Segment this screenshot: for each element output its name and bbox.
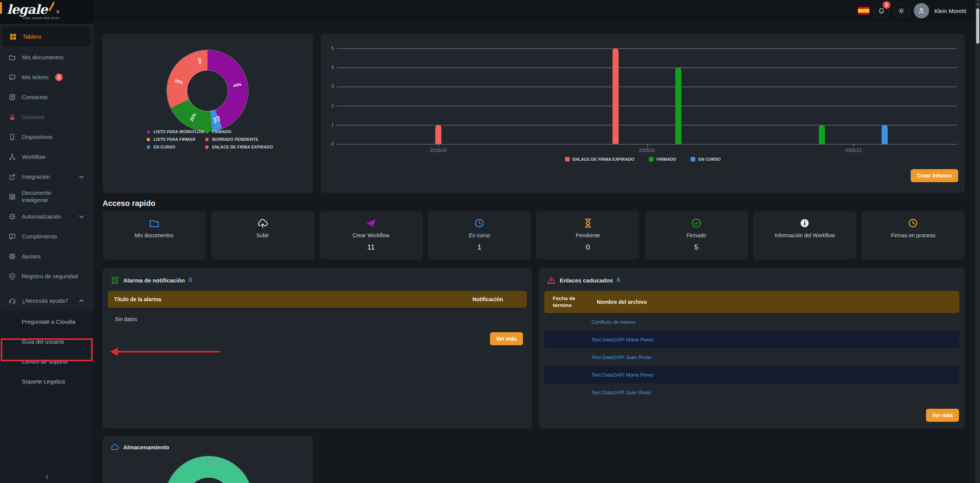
sidebar-item-ajustes[interactable]: Ajustes	[0, 246, 94, 266]
status-donut-chart: 44%0%4%20%24%0%	[167, 50, 248, 131]
ticket-count-badge: 1	[55, 73, 63, 81]
file-link[interactable]: Test Data2API Juan Rivas	[591, 390, 652, 395]
y-tick-label: 2	[322, 103, 334, 108]
table-row[interactable]: Conflicto de interes	[544, 313, 959, 331]
check-circle-icon	[691, 217, 702, 229]
expired-links-card: Enlaces caducados 6 Fecha de término Nom…	[539, 268, 965, 429]
sidebar-item-necesita-ayuda[interactable]: ¿Necesita ayuda?	[0, 291, 94, 311]
external-icon	[8, 173, 16, 181]
file-link[interactable]: Test Data2API Maria Perez	[591, 372, 654, 378]
submenu-item-centro-de-soporte[interactable]: Centro de soporte	[0, 351, 94, 371]
sidebar-item-documento-inteligente[interactable]: Documento inteligente	[0, 187, 94, 207]
brand-logo[interactable]: legale ® Fast, secure and smart	[0, 0, 94, 24]
bar-firmado-2025-12	[819, 125, 825, 144]
folder-icon	[8, 54, 16, 61]
quick-card-informacion-del-workflow[interactable]: Información del Workflow	[753, 211, 856, 259]
quick-card-label: Crear Workflow	[353, 232, 389, 238]
legend-item: LISTO PARA WORKFLOW	[147, 129, 204, 134]
sidebar-collapse-button[interactable]	[0, 474, 94, 480]
theme-toggle-button[interactable]	[894, 3, 909, 18]
quick-access-title: Acceso rapido	[103, 199, 155, 208]
folder-icon	[149, 217, 160, 229]
grid-icon	[9, 33, 17, 41]
sidebar-item-integracion[interactable]: Integración	[0, 167, 94, 187]
bar-enlace-de-firma-expirado-2025-10	[435, 125, 441, 144]
language-flag[interactable]	[858, 7, 869, 15]
submenu-item-preguntale-a-cloudia[interactable]: Pregúntale a Cloudia	[0, 312, 94, 331]
file-link[interactable]: Test Data2API Juan Rivas	[591, 354, 652, 360]
alarm-more-button[interactable]: Ver más	[490, 332, 523, 345]
legend-item: FIRMADO	[205, 129, 273, 134]
quick-card-count: 1	[477, 243, 482, 251]
links-table-header: Fecha de término Nombre del archivo	[544, 291, 959, 313]
help-submenu: Pregúntale a CloudiaGuía del usuarioCent…	[0, 311, 94, 483]
chevron-down-icon	[78, 173, 85, 181]
sun-icon	[898, 7, 905, 15]
x-tick	[853, 144, 854, 147]
chevron-left-icon	[44, 474, 50, 480]
scrollbar-thumb[interactable]	[976, 8, 979, 44]
create-report-button[interactable]: Crear informe	[911, 169, 958, 182]
slice-label: 44%	[233, 82, 242, 88]
y-tick-label: 1	[322, 122, 334, 127]
sidebar-item-mis-documentos[interactable]: Mis documentos	[0, 47, 94, 67]
slice-label: 0%	[207, 459, 211, 465]
quick-card-firmado[interactable]: Firmado 5	[645, 211, 748, 259]
y-tick-label: 5	[322, 46, 334, 51]
x-tick-label: 2025/12	[836, 148, 871, 153]
sidebar-item-mis-tickets[interactable]: Mis tickets 1	[0, 67, 94, 87]
pen-icon	[48, 2, 56, 11]
sidebar-item-usuarios[interactable]: Usuarios	[0, 107, 94, 127]
scroll-up-arrow[interactable]: ▲	[975, 2, 980, 6]
column-header: Título de la alarma	[114, 296, 161, 302]
sidebar-item-workflow[interactable]: Workflow	[0, 147, 94, 167]
table-row[interactable]: Test Data2API Juan Rivas	[544, 383, 959, 401]
sidebar-item-contactos[interactable]: Contactos	[0, 87, 94, 107]
column-header: Notificación	[472, 296, 503, 302]
sidebar-item-tablero[interactable]: Tablero	[2, 27, 91, 47]
registered-mark: ®	[57, 10, 59, 14]
quick-card-firmas-en-proceso[interactable]: Firmas en proceso	[862, 211, 965, 259]
table-row[interactable]: Test Data2API Juan Rivas	[544, 348, 959, 366]
submenu-item-guia-del-usuario[interactable]: Guía del usuario	[0, 331, 94, 351]
y-tick-label: 4	[322, 65, 334, 70]
sidebar-item-cumplimiento[interactable]: Cumplimiento	[0, 227, 94, 246]
quick-card-en-curso[interactable]: En curso 1	[428, 211, 531, 259]
shield-icon	[8, 273, 16, 280]
x-tick	[647, 144, 648, 147]
device-icon	[8, 133, 16, 141]
empty-state-text: Sin datos	[103, 308, 532, 322]
quick-card-subir[interactable]: Subir	[211, 211, 314, 259]
legend-item: LISTO PARA FIRMAR	[147, 137, 204, 142]
quick-card-label: Subir	[256, 232, 269, 238]
scrollbar[interactable]: ▲	[975, 0, 980, 483]
table-row[interactable]: Test Data2API Maria Perez	[544, 366, 959, 383]
submenu-item-soporte-legaliza[interactable]: Soporte Legaliza	[0, 371, 94, 391]
legend-item: ENLACE DE FIRMA EXPIRADO	[205, 145, 273, 149]
quick-card-pendiente[interactable]: Pendiente 0	[536, 211, 639, 259]
brand-tagline: Fast, secure and smart	[23, 16, 94, 20]
file-link[interactable]: Test Data2API Maria Perez	[591, 337, 654, 343]
gridline	[337, 67, 957, 68]
activity-bar-chart: 0123452025/102025/112025/12	[337, 48, 957, 144]
notifications-button[interactable]: 3	[874, 3, 889, 18]
alarm-table-header: Título de la alarma Notificación	[108, 291, 527, 308]
table-row[interactable]: Test Data2API Maria Perez	[544, 331, 959, 348]
chat-icon	[8, 73, 16, 81]
sidebar-item-automatizacion[interactable]: Automatización	[0, 207, 94, 227]
clock-icon	[474, 217, 485, 229]
quick-card-label: Firmas en proceso	[891, 232, 935, 238]
headset-icon	[8, 297, 16, 305]
sidebar-item-registro-de-seguridad[interactable]: Registro de seguridad	[0, 266, 94, 286]
avatar[interactable]	[914, 3, 929, 18]
y-tick-label: 3	[322, 84, 334, 89]
file-link[interactable]: Conflicto de interes	[591, 319, 636, 325]
bar-en-curso-2025-12	[882, 125, 888, 144]
chevron-down-icon	[78, 213, 85, 220]
sidebar-item-dispositivos[interactable]: Dispositivos	[0, 127, 94, 147]
column-header: Nombre del archivo	[597, 299, 647, 305]
brand-name: legale	[7, 3, 47, 16]
quick-card-crear-workflow[interactable]: Crear Workflow 11	[320, 211, 423, 259]
links-more-button[interactable]: Ver más	[926, 409, 959, 422]
quick-card-mis-documentos[interactable]: Mis documentos	[103, 211, 206, 259]
